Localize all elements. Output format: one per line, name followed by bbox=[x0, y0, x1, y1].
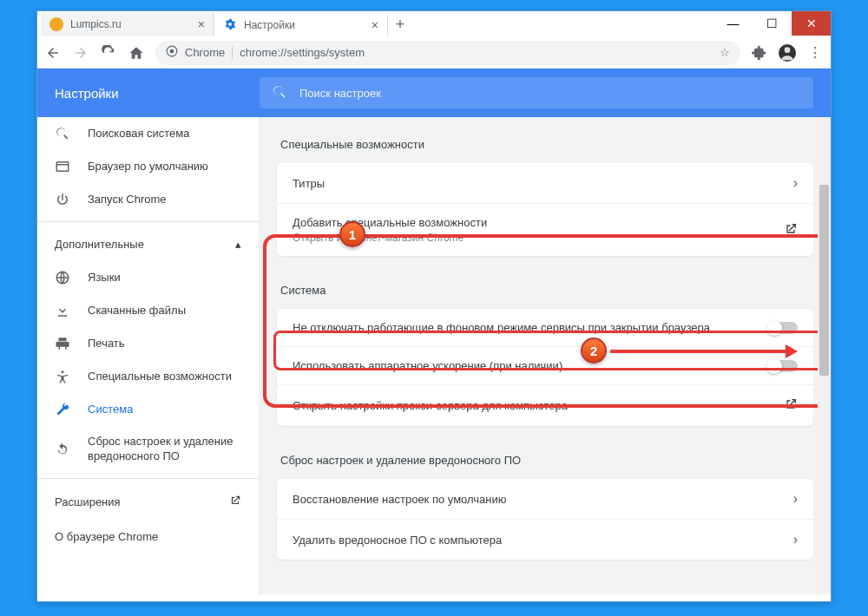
reset-card: Восстановление настроек по умолчанию › У… bbox=[277, 479, 813, 560]
bookmark-star-icon[interactable]: ☆ bbox=[720, 46, 730, 59]
sidebar-item-accessibility[interactable]: Специальные возможности bbox=[37, 360, 259, 393]
toggle-switch[interactable] bbox=[768, 322, 798, 334]
sidebar-advanced-toggle[interactable]: Дополнительные ▴ bbox=[37, 227, 259, 261]
svg-point-1 bbox=[170, 49, 174, 54]
sidebar-item-default-browser[interactable]: Браузер по умолчанию bbox=[37, 150, 259, 183]
globe-icon bbox=[55, 270, 70, 285]
reset-icon bbox=[55, 442, 70, 457]
new-tab-button[interactable]: + bbox=[388, 12, 412, 36]
sidebar-item-system[interactable]: Система bbox=[37, 393, 259, 426]
sidebar-label: Система bbox=[88, 403, 241, 417]
tab-favicon-icon bbox=[49, 17, 63, 31]
sidebar-item-print[interactable]: Печать bbox=[37, 327, 259, 360]
scrollbar-track[interactable] bbox=[818, 117, 831, 594]
row-label: Открыть настройки прокси-сервера для ком… bbox=[293, 399, 784, 412]
toggle-switch[interactable] bbox=[768, 360, 798, 372]
system-card: Не отключать работающие в фоновом режиме… bbox=[277, 309, 813, 426]
settings-header: Настройки Поиск настроек bbox=[37, 69, 831, 117]
sidebar-about-link[interactable]: О браузере Chrome bbox=[37, 520, 259, 554]
search-placeholder: Поиск настроек bbox=[299, 87, 381, 100]
divider bbox=[37, 478, 259, 479]
annotation-callout-2: 2 bbox=[581, 337, 607, 364]
sidebar-item-downloads[interactable]: Скачанные файлы bbox=[37, 294, 259, 327]
search-icon bbox=[55, 126, 70, 141]
tab-lumpics[interactable]: Lumpics.ru × bbox=[41, 12, 214, 36]
wrench-icon bbox=[55, 402, 70, 417]
row-label: Использовать аппаратное ускорение (при н… bbox=[293, 359, 768, 372]
section-title-a11y: Специальные возможности bbox=[277, 128, 813, 163]
tab-title: Lumpics.ru bbox=[70, 18, 122, 30]
divider bbox=[37, 221, 259, 222]
gear-icon bbox=[223, 17, 237, 34]
maximize-button[interactable]: ☐ bbox=[753, 11, 792, 36]
forward-button[interactable] bbox=[72, 44, 89, 62]
external-link-icon bbox=[229, 495, 241, 509]
browser-window: Lumpics.ru × Настройки × + — ☐ ✕ Chrome bbox=[36, 10, 832, 602]
extensions-label: Расширения bbox=[55, 495, 121, 508]
close-icon[interactable]: × bbox=[372, 18, 378, 32]
annotation-arrow bbox=[610, 350, 789, 353]
omnibox-url: chrome://settings/system bbox=[240, 46, 365, 59]
chevron-up-icon: ▴ bbox=[235, 238, 241, 251]
sidebar-label: Поисковая система bbox=[88, 127, 241, 141]
row-captions[interactable]: Титры › bbox=[277, 163, 813, 204]
print-icon bbox=[55, 336, 70, 351]
row-label: Удалить вредоносное ПО с компьютера bbox=[293, 534, 793, 547]
sidebar-label: Специальные возможности bbox=[88, 370, 241, 384]
back-button[interactable] bbox=[44, 44, 62, 62]
sidebar-extensions-link[interactable]: Расширения bbox=[37, 484, 259, 520]
svg-point-6 bbox=[62, 370, 64, 373]
home-button[interactable] bbox=[128, 44, 145, 62]
download-icon bbox=[55, 303, 70, 318]
sidebar: Поисковая система Браузер по умолчанию З… bbox=[37, 117, 260, 594]
chrome-icon bbox=[166, 45, 178, 60]
annotation-callout-1: 1 bbox=[339, 221, 365, 247]
close-icon[interactable]: × bbox=[198, 17, 205, 31]
sidebar-label: Сброс настроек и удаление вредоносного П… bbox=[88, 435, 241, 464]
row-background-apps[interactable]: Не отключать работающие в фоновом режиме… bbox=[277, 309, 813, 347]
sidebar-label: Запуск Chrome bbox=[88, 193, 241, 207]
titlebar: Lumpics.ru × Настройки × + — ☐ ✕ bbox=[37, 11, 831, 37]
omnibox-scheme: Chrome bbox=[185, 46, 225, 59]
close-window-button[interactable]: ✕ bbox=[792, 11, 831, 36]
advanced-label: Дополнительные bbox=[55, 238, 144, 251]
sidebar-item-languages[interactable]: Языки bbox=[37, 261, 259, 294]
address-bar[interactable]: Chrome chrome://settings/system ☆ bbox=[155, 41, 740, 65]
reload-button[interactable] bbox=[100, 44, 117, 62]
sidebar-label: Скачанные файлы bbox=[88, 304, 241, 318]
row-label: Не отключать работающие в фоновом режиме… bbox=[293, 321, 768, 334]
below-header: Поисковая система Браузер по умолчанию З… bbox=[37, 117, 831, 594]
extensions-icon[interactable] bbox=[751, 44, 768, 62]
sidebar-label: Браузер по умолчанию bbox=[88, 160, 241, 174]
tab-settings[interactable]: Настройки × bbox=[214, 12, 388, 36]
sidebar-item-search-engine[interactable]: Поисковая система bbox=[37, 117, 259, 150]
settings-body[interactable]: Специальные возможности Титры › Добавить… bbox=[260, 117, 831, 594]
browser-icon bbox=[55, 159, 70, 174]
window-controls: — ☐ ✕ bbox=[713, 11, 831, 36]
row-sublabel: Открыть Интернет-магазин Chrome bbox=[293, 232, 784, 244]
divider bbox=[232, 46, 233, 60]
section-title-system: Система bbox=[277, 273, 813, 309]
about-label: О браузере Chrome bbox=[55, 530, 158, 543]
external-link-icon bbox=[784, 397, 798, 414]
search-icon bbox=[272, 84, 287, 102]
row-proxy-settings[interactable]: Открыть настройки прокси-сервера для ком… bbox=[277, 385, 813, 426]
minimize-button[interactable]: — bbox=[713, 11, 753, 36]
row-cleanup[interactable]: Удалить вредоносное ПО с компьютера › bbox=[277, 520, 813, 560]
sidebar-label: Языки bbox=[88, 271, 241, 285]
chevron-right-icon: › bbox=[793, 532, 798, 547]
chevron-right-icon: › bbox=[793, 491, 798, 507]
sidebar-item-reset[interactable]: Сброс настроек и удаление вредоносного П… bbox=[37, 426, 259, 473]
scrollbar-thumb[interactable] bbox=[819, 185, 829, 376]
sidebar-label: Печать bbox=[88, 337, 241, 351]
external-link-icon bbox=[784, 222, 798, 239]
settings-search[interactable]: Поиск настроек bbox=[260, 77, 813, 108]
row-label: Восстановление настроек по умолчанию bbox=[293, 493, 793, 506]
svg-point-2 bbox=[785, 47, 791, 53]
chevron-right-icon: › bbox=[793, 175, 798, 191]
accessibility-icon bbox=[55, 369, 70, 384]
kebab-menu-icon[interactable]: ⋮ bbox=[806, 44, 824, 62]
row-restore-defaults[interactable]: Восстановление настроек по умолчанию › bbox=[277, 479, 813, 520]
sidebar-item-startup[interactable]: Запуск Chrome bbox=[37, 183, 259, 216]
profile-avatar[interactable] bbox=[779, 44, 796, 62]
